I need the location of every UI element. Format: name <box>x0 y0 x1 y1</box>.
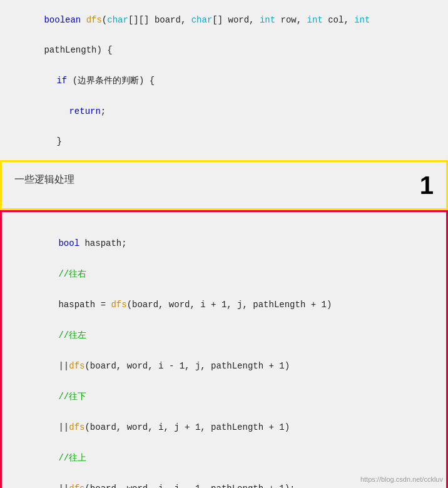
red-line-4: //往左 <box>14 320 434 351</box>
code-container: boolean dfs(char[][] board, char[] word,… <box>0 0 448 488</box>
yellow-box-1-label: 一些逻辑处理 <box>14 174 74 185</box>
annotation-1: 1 <box>420 171 434 200</box>
code-line-3: if (边界条件的判断) { <box>25 65 435 96</box>
red-line-1: bool haspath; <box>14 218 434 258</box>
red-line-3: haspath = dfs(board, word, i + 1, j, pat… <box>14 290 434 320</box>
code-line-2: pathLength) { <box>13 35 435 65</box>
yellow-box-1: 一些逻辑处理 1 <box>0 160 448 210</box>
code-line-4: return; <box>38 96 435 126</box>
red-line-2: //往右 <box>14 258 434 290</box>
red-line-5: ||dfs(board, word, i - 1, j, pathLength … <box>14 351 434 381</box>
red-box: bool haspath; //往右 haspath = dfs(board, … <box>0 210 448 488</box>
red-line-7: ||dfs(board, word, i, j + 1, pathLength … <box>14 412 434 442</box>
red-line-6: //往下 <box>14 381 434 412</box>
top-code-section: boolean dfs(char[][] board, char[] word,… <box>0 0 448 160</box>
red-line-8: //往上 <box>14 442 434 474</box>
code-line-1: boolean dfs(char[][] board, char[] word,… <box>13 5 435 35</box>
watermark: https://blog.csdn.net/cckluv <box>360 475 443 483</box>
code-line-5: } <box>25 126 435 156</box>
